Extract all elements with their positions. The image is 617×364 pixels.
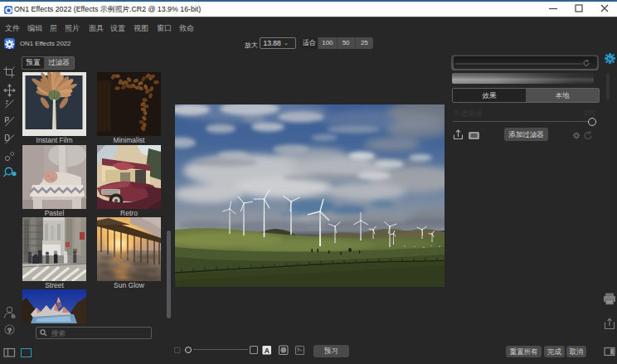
svg-text:A: A: [265, 347, 270, 355]
svg-text:?: ?: [7, 327, 12, 334]
svg-text:fx: fx: [608, 56, 613, 61]
